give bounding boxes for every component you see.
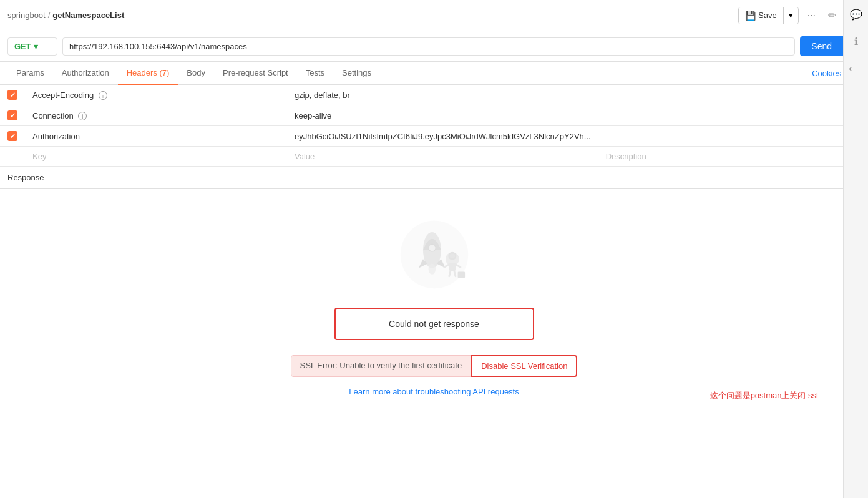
method-label: GET: [14, 42, 31, 51]
method-select[interactable]: GET ▾: [7, 37, 57, 56]
response-label: Response: [7, 173, 44, 182]
tab-tests[interactable]: Tests: [297, 62, 333, 85]
header-value-1: gzip, deflate, br: [295, 90, 350, 100]
ssl-error-row: SSL Error: Unable to verify the first ce…: [291, 355, 578, 377]
ssl-error-message: SSL Error: Unable to verify the first ce…: [291, 355, 472, 377]
url-bar: GET ▾ Send ▾: [0, 31, 868, 62]
comment-icon[interactable]: 💬: [846, 5, 866, 24]
info-icon-1[interactable]: i: [99, 91, 107, 100]
row-checkbox-2[interactable]: [7, 110, 17, 120]
send-button[interactable]: Send: [800, 36, 843, 56]
header-key-2: Connection: [32, 111, 74, 120]
svg-rect-7: [449, 263, 456, 271]
response-body: Could not get response SSL Error: Unable…: [0, 189, 868, 421]
tab-prerequest[interactable]: Pre-request Script: [214, 62, 297, 85]
error-title: Could not get response: [389, 319, 479, 329]
method-dropdown-icon: ▾: [34, 42, 38, 51]
table-row: Authorization eyJhbGciOiJSUzI1NiIsImtpZC…: [0, 126, 868, 147]
header-desc-1: [598, 85, 868, 105]
header-desc-2: [598, 105, 868, 126]
header-desc-3: ✕: [598, 126, 868, 147]
top-bar-actions: 💾 Save ▾ ··· ✏ ⊞: [738, 7, 861, 24]
header-value-3: eyJhbGciOiJSUzI1NiIsImtpZCI6IiJ9.eyJpc3M…: [295, 132, 591, 141]
headers-table: Accept-Encoding i gzip, deflate, br Conn…: [0, 85, 868, 167]
breadcrumb: springboot / getNamespaceList: [7, 11, 124, 20]
top-bar: springboot / getNamespaceList 💾 Save ▾ ·…: [0, 0, 868, 31]
svg-rect-12: [457, 271, 465, 278]
info-icon-2[interactable]: i: [78, 112, 87, 120]
save-label: Save: [758, 11, 777, 20]
header-key-3: Authorization: [32, 132, 80, 141]
svg-point-3: [428, 263, 436, 274]
table-row: Connection i keep-alive: [0, 105, 868, 126]
save-dropdown-button[interactable]: ▾: [783, 7, 798, 24]
table-row-new: Key Value Description: [0, 147, 868, 167]
row-checkbox-3[interactable]: [7, 131, 17, 141]
disable-ssl-button[interactable]: Disable SSL Verification: [472, 356, 576, 376]
header-key-1: Accept-Encoding: [32, 90, 94, 100]
breadcrumb-parent[interactable]: springboot: [7, 11, 46, 20]
save-button[interactable]: 💾 Save: [739, 7, 783, 24]
learn-more-link[interactable]: Learn more about troubleshooting API req…: [349, 387, 519, 396]
new-key-placeholder[interactable]: Key: [32, 152, 46, 161]
svg-point-6: [449, 254, 455, 258]
tab-headers[interactable]: Headers (7): [118, 62, 178, 85]
cookies-button[interactable]: Cookies: [812, 62, 841, 84]
headers-section: Accept-Encoding i gzip, deflate, br Conn…: [0, 85, 868, 167]
info-sidebar-icon[interactable]: ℹ: [851, 32, 862, 51]
more-options-button[interactable]: ···: [804, 7, 819, 24]
tab-body[interactable]: Body: [178, 62, 214, 85]
new-value-placeholder[interactable]: Value: [295, 152, 315, 161]
error-box: Could not get response: [334, 308, 534, 340]
request-tabs: Params Authorization Headers (7) Body Pr…: [0, 62, 868, 85]
ssl-error-text: SSL Error: Unable to verify the first ce…: [300, 361, 462, 370]
response-section[interactable]: Response ⌄: [0, 167, 868, 189]
csdn-note-text: 这个问题是postman上关闭 ssl: [710, 391, 818, 400]
breadcrumb-separator: /: [48, 11, 51, 20]
table-row: Accept-Encoding i gzip, deflate, br: [0, 85, 868, 105]
tab-settings[interactable]: Settings: [333, 62, 380, 85]
right-sidebar: 💬 ℹ ⟵: [843, 0, 868, 498]
edit-icon-button[interactable]: ✏: [824, 7, 840, 24]
tab-authorization[interactable]: Authorization: [53, 62, 118, 85]
header-value-2: keep-alive: [295, 111, 331, 120]
breadcrumb-current: getNamespaceList: [52, 11, 124, 20]
svg-point-2: [428, 244, 436, 251]
tab-params[interactable]: Params: [7, 62, 53, 85]
csdn-annotation: 这个问题是postman上关闭 ssl: [710, 390, 818, 401]
new-desc-placeholder: Description: [606, 152, 646, 161]
arrow-icon[interactable]: ⟵: [845, 59, 867, 78]
ssl-verify-box: Disable SSL Verification: [471, 355, 577, 377]
url-input[interactable]: [62, 37, 795, 56]
rocket-illustration: [388, 214, 481, 295]
row-checkbox-1[interactable]: [7, 90, 17, 100]
send-label: Send: [811, 41, 832, 51]
